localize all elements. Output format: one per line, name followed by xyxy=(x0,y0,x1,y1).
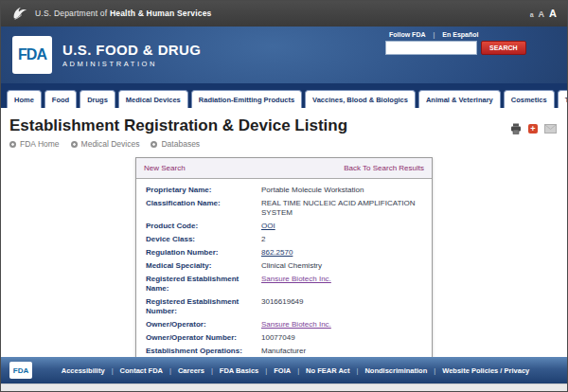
table-row: Device Class:2 xyxy=(136,233,432,246)
en-espanol-link[interactable]: En Español xyxy=(442,31,478,38)
primary-nav: HomeFoodDrugsMedical DevicesRadiation-Em… xyxy=(0,83,568,108)
fda-title-line1: U.S. FOOD & DRUG xyxy=(62,42,201,58)
font-size-controls: a A A xyxy=(530,8,557,19)
table-row: Medical Specialty:Clinical Chemistry xyxy=(136,259,432,273)
footer-link-website-policies-privacy[interactable]: Website Policies / Privacy xyxy=(442,366,529,375)
footer-link-separator: | xyxy=(356,366,358,375)
footer-link-fda-basics[interactable]: FDA Basics xyxy=(220,366,258,375)
row-value: 862.2570 xyxy=(261,248,293,258)
row-label: Owner/Operator: xyxy=(146,320,261,330)
fda-masthead-title: U.S. FOOD & DRUG ADMINISTRATION xyxy=(62,42,201,68)
footer-link-separator: | xyxy=(297,366,299,375)
row-label: Establishment Operations: xyxy=(146,347,261,356)
row-value: 10077049 xyxy=(261,333,295,343)
breadcrumb: FDA HomeMedical DevicesDatabases xyxy=(0,135,568,153)
back-to-search-results-link[interactable]: Back To Search Results xyxy=(344,164,424,172)
footer-link-no-fear-act[interactable]: No FEAR Act xyxy=(306,366,349,375)
bullet-circle-icon xyxy=(9,141,16,148)
row-value-link[interactable]: 862.2570 xyxy=(261,248,293,257)
table-row: Proprietary Name:Portable Molecule Works… xyxy=(136,184,432,197)
masthead-link-separator: | xyxy=(434,31,435,38)
table-row: Owner/Operator:Sansure Biotech Inc. xyxy=(136,318,432,331)
footer-link-separator: | xyxy=(434,366,435,375)
fda-title-line2: ADMINISTRATION xyxy=(62,60,201,68)
breadcrumb-item-fda-home[interactable]: FDA Home xyxy=(9,139,60,149)
row-value: OOI xyxy=(261,222,275,231)
bullet-circle-icon xyxy=(71,141,78,148)
tab-food[interactable]: Food xyxy=(44,90,77,108)
tab-animal-veterinary[interactable]: Animal & Veterinary xyxy=(418,90,501,108)
tab-medical-devices[interactable]: Medical Devices xyxy=(118,90,188,108)
tab-radiation-emitting-products[interactable]: Radiation-Emitting Products xyxy=(191,90,302,108)
footer-link-separator: | xyxy=(169,366,171,375)
row-value-link[interactable]: Sansure Biotech Inc. xyxy=(261,320,331,329)
row-label: Owner/Operator Number: xyxy=(146,333,261,343)
page-action-icons: + xyxy=(510,123,557,134)
row-label: Regulation Number: xyxy=(146,248,261,258)
bullet-circle-icon xyxy=(151,141,157,148)
device-detail-rows: Proprietary Name:Portable Molecule Works… xyxy=(136,179,432,365)
row-label: Registered Establishment Name: xyxy=(146,275,261,294)
breadcrumb-label[interactable]: Medical Devices xyxy=(81,139,140,149)
row-label: Product Code: xyxy=(146,222,261,231)
row-value: REAL TIME NUCLEIC ACID AMPLIFICATION SYS… xyxy=(261,199,426,218)
footer-fda-logo[interactable]: FDA xyxy=(9,362,32,379)
tab-tobacco-products[interactable]: Tobacco Products xyxy=(558,90,568,108)
footer-link-separator: | xyxy=(211,366,213,375)
footer-link-separator: | xyxy=(112,366,114,375)
footer-link-accessibility[interactable]: Accessibility xyxy=(62,366,105,375)
tab-drugs[interactable]: Drugs xyxy=(80,90,115,108)
font-size-large-button[interactable]: A xyxy=(549,8,557,19)
row-value: Sansure Biotech Inc. xyxy=(261,320,331,330)
follow-fda-link[interactable]: Follow FDA xyxy=(389,31,426,38)
share-icon[interactable]: + xyxy=(528,124,538,134)
row-value: Portable Molecule Workstation xyxy=(261,186,364,195)
row-label: Registered Establishment Number: xyxy=(146,297,261,316)
footer-link-foia[interactable]: FOIA xyxy=(274,366,291,375)
breadcrumb-item-medical-devices[interactable]: Medical Devices xyxy=(71,139,140,149)
row-value: Clinical Chemistry xyxy=(261,261,322,271)
device-listing-panel: New Search Back To Search Results Propri… xyxy=(135,157,433,365)
row-value: Manufacturer xyxy=(261,347,306,356)
footer-link-careers[interactable]: Careers xyxy=(178,366,204,375)
page-heading-row: Establishment Registration & Device List… xyxy=(0,108,568,135)
footer-link-nondiscrimination[interactable]: Nondiscrimination xyxy=(364,366,427,375)
hhs-department-text[interactable]: U.S. Department of Health & Human Servic… xyxy=(35,9,212,18)
footer-link-contact-fda[interactable]: Contact FDA xyxy=(120,366,163,375)
table-row: Classification Name:REAL TIME NUCLEIC AC… xyxy=(136,197,432,220)
row-value: 2 xyxy=(261,235,265,244)
breadcrumb-label[interactable]: Databases xyxy=(161,139,200,149)
row-value: Sansure Biotech Inc. xyxy=(261,275,331,294)
search-button[interactable]: SEARCH xyxy=(481,41,526,55)
table-row: Registered Establishment Number:30166196… xyxy=(136,295,432,318)
breadcrumb-label[interactable]: FDA Home xyxy=(20,139,60,149)
page-title: Establishment Registration & Device List… xyxy=(9,116,347,135)
new-search-link[interactable]: New Search xyxy=(144,164,186,172)
masthead-right-tools: Follow FDA | En Español SEARCH xyxy=(385,31,518,55)
print-icon[interactable] xyxy=(510,123,522,134)
row-label: Proprietary Name: xyxy=(146,186,261,195)
font-size-small-button[interactable]: a xyxy=(530,11,534,18)
font-size-medium-button[interactable]: A xyxy=(539,9,545,19)
hhs-top-bar: U.S. Department of Health & Human Servic… xyxy=(0,0,568,27)
search-row: SEARCH xyxy=(385,41,518,55)
masthead-links: Follow FDA | En Español xyxy=(389,31,518,38)
row-value-link[interactable]: OOI xyxy=(261,222,275,230)
table-row: Owner/Operator Number:10077049 xyxy=(136,331,432,345)
row-value: 3016619649 xyxy=(261,297,304,316)
tab-home[interactable]: Home xyxy=(7,90,42,108)
search-input[interactable] xyxy=(385,41,477,55)
fda-logo[interactable]: FDA xyxy=(12,36,52,74)
table-row: Registered Establishment Name:Sansure Bi… xyxy=(136,273,432,295)
breadcrumb-item-databases[interactable]: Databases xyxy=(151,139,200,149)
footer-link-separator: | xyxy=(265,366,267,375)
tab-cosmetics[interactable]: Cosmetics xyxy=(504,90,555,108)
email-icon[interactable] xyxy=(544,124,557,134)
fda-masthead: FDA U.S. FOOD & DRUG ADMINISTRATION Foll… xyxy=(0,27,568,83)
result-panel-header: New Search Back To Search Results xyxy=(136,158,432,179)
table-row: Product Code:OOI xyxy=(136,220,432,233)
tab-vaccines-blood-biologics[interactable]: Vaccines, Blood & Biologics xyxy=(305,90,416,108)
row-label: Device Class: xyxy=(146,235,261,244)
row-value-link[interactable]: Sansure Biotech Inc. xyxy=(261,275,331,283)
table-row: Regulation Number:862.2570 xyxy=(136,246,432,259)
